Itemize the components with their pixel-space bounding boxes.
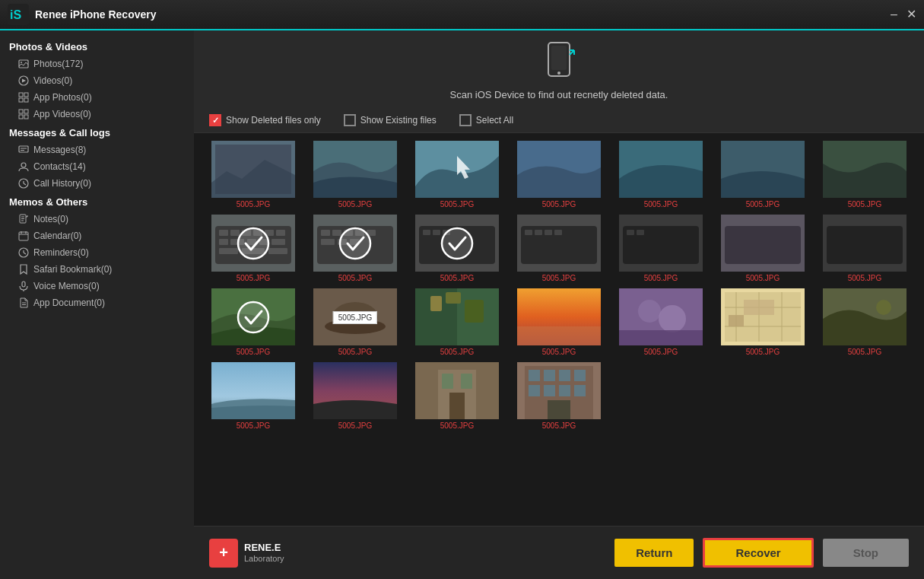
- svg-rect-64: [219, 248, 238, 254]
- svg-rect-53: [219, 230, 228, 236]
- sidebar-label-safari: Safari Bookmark(0): [33, 264, 112, 275]
- sidebar-item-videos[interactable]: Videos(0): [0, 72, 194, 89]
- sidebar-item-notes[interactable]: Notes(0): [0, 211, 194, 227]
- photo-item[interactable]: 5005.JPG: [613, 141, 709, 208]
- photo-item[interactable]: 5005.JPG: [817, 288, 913, 356]
- svg-rect-106: [430, 296, 442, 311]
- photo-item[interactable]: 5005.JPG 5005.JPG: [307, 288, 403, 356]
- photo-label: 5005.JPG: [848, 274, 881, 282]
- sidebar-item-app-doc[interactable]: App Document(0): [0, 294, 194, 311]
- show-deleted-filter[interactable]: Show Deleted files only: [209, 114, 321, 126]
- photo-item[interactable]: 5005.JPG: [409, 362, 505, 430]
- svg-rect-142: [574, 385, 586, 396]
- sidebar-item-photos[interactable]: Photos(172): [0, 56, 194, 72]
- photo-item[interactable]: 5005.JPG: [511, 362, 607, 430]
- photo-grid-area[interactable]: 5005.JPG 5005.JPG: [194, 133, 924, 526]
- sidebar-item-calendar[interactable]: Calendar(0): [0, 227, 194, 244]
- sidebar-item-contacts[interactable]: Contacts(14): [0, 158, 194, 175]
- photo-item[interactable]: 5005.JPG: [205, 215, 301, 282]
- photo-item[interactable]: 5005.JPG: [715, 288, 811, 356]
- photo-item[interactable]: 5005.JPG: [205, 288, 301, 356]
- photo-item[interactable]: 5005.JPG: [409, 141, 505, 208]
- renee-logo-line1: RENE.E: [244, 542, 284, 554]
- photo-item[interactable]: 5005.JPG: [205, 141, 301, 208]
- minimize-button[interactable]: –: [891, 8, 897, 21]
- grid-icon: [18, 92, 29, 103]
- sidebar-item-app-videos[interactable]: App Videos(0): [0, 106, 194, 122]
- stop-button[interactable]: Stop: [823, 539, 909, 567]
- photo-item[interactable]: 5005.JPG: [307, 215, 403, 282]
- photo-item[interactable]: 5005.JPG: [409, 215, 505, 282]
- photo-thumbnail: [415, 288, 499, 345]
- grid-video-icon: [18, 109, 29, 119]
- photo-item[interactable]: 5005.JPG: [511, 288, 607, 356]
- photo-item[interactable]: 5005.JPG: [511, 215, 607, 282]
- svg-point-67: [238, 228, 268, 259]
- svg-rect-9: [24, 98, 28, 102]
- sidebar-item-messages[interactable]: Messages(8): [0, 142, 194, 158]
- svg-text:iS: iS: [10, 8, 21, 21]
- photo-item[interactable]: 5005.JPG: [715, 141, 811, 208]
- photo-label: 5005.JPG: [746, 200, 780, 208]
- select-all-checkbox[interactable]: [459, 114, 472, 126]
- sidebar-item-voice-memos[interactable]: Voice Memos(0): [0, 278, 194, 294]
- main-content: Scan iOS Device to find out recnetly del…: [194, 30, 924, 579]
- photo-item[interactable]: 5005.JPG: [715, 215, 811, 282]
- svg-rect-141: [559, 385, 570, 396]
- close-button[interactable]: ✕: [907, 8, 916, 21]
- svg-point-78: [340, 228, 370, 259]
- sidebar-item-safari[interactable]: Safari Bookmark(0): [0, 261, 194, 278]
- photo-item[interactable]: 5005.JPG: [205, 362, 301, 430]
- svg-rect-107: [446, 292, 461, 304]
- select-all-label: Select All: [476, 115, 513, 126]
- sidebar-label-calendar: Calendar(0): [33, 231, 81, 241]
- photo-item[interactable]: 5005.JPG: [817, 141, 913, 208]
- photo-item[interactable]: 5005.JPG: [613, 288, 709, 356]
- photo-thumbnail: [823, 288, 907, 345]
- image-icon: [18, 59, 29, 69]
- sidebar-item-reminders[interactable]: Reminders(0): [0, 244, 194, 261]
- select-all-filter[interactable]: Select All: [459, 114, 513, 126]
- photo-label: 5005.JPG: [237, 348, 270, 356]
- photo-label: 5005.JPG: [746, 274, 780, 282]
- photo-label: 5005.JPG: [644, 200, 678, 208]
- photo-item[interactable]: 5005.JPG: [307, 362, 403, 430]
- photo-item[interactable]: 5005.JPG: [613, 215, 709, 282]
- photo-thumbnail: [211, 288, 295, 345]
- sidebar-item-app-photos[interactable]: App Photos(0): [0, 89, 194, 106]
- show-existing-filter[interactable]: Show Existing files: [344, 114, 437, 126]
- show-existing-checkbox[interactable]: [344, 114, 356, 126]
- photo-item[interactable]: 5005.JPG: [511, 141, 607, 208]
- bottom-buttons: Return Recover Stop: [614, 538, 909, 568]
- svg-rect-10: [19, 110, 23, 113]
- svg-rect-75: [321, 239, 335, 245]
- svg-point-112: [638, 300, 661, 323]
- photo-thumbnail: [721, 141, 805, 198]
- sidebar-label-app-doc: App Document(0): [33, 297, 105, 308]
- photo-thumbnail: [517, 362, 601, 419]
- sidebar-item-call-history[interactable]: Call History(0): [0, 175, 194, 192]
- sidebar-label-voice-memos: Voice Memos(0): [33, 281, 100, 291]
- show-deleted-checkbox[interactable]: [209, 114, 221, 126]
- renee-logo-icon: +: [209, 539, 238, 568]
- photo-item[interactable]: 5005.JPG: [409, 288, 505, 356]
- recover-button[interactable]: Recover: [703, 538, 813, 568]
- photo-item[interactable]: 5005.JPG: [307, 141, 403, 208]
- photo-thumbnail: [211, 215, 295, 272]
- photo-thumbnail: [415, 141, 499, 198]
- photo-label: 5005.JPG: [440, 274, 474, 282]
- return-button[interactable]: Return: [614, 539, 694, 567]
- renee-logo-line2: Laboratory: [244, 554, 284, 564]
- photo-label: 5005.JPG: [338, 200, 372, 208]
- photo-thumbnail: [313, 215, 397, 272]
- photo-label: 5005.JPG: [440, 422, 474, 430]
- svg-rect-90: [554, 230, 562, 235]
- show-existing-label: Show Existing files: [360, 115, 437, 126]
- clock-icon: [18, 178, 29, 189]
- scan-text: Scan iOS Device to find out recnetly del…: [450, 89, 668, 100]
- bookmark-icon: [18, 264, 29, 275]
- photo-item[interactable]: 5005.JPG: [817, 215, 913, 282]
- photo-thumbnail: [619, 215, 703, 272]
- svg-point-113: [659, 305, 686, 332]
- sidebar-label-photos: Photos(172): [33, 59, 83, 69]
